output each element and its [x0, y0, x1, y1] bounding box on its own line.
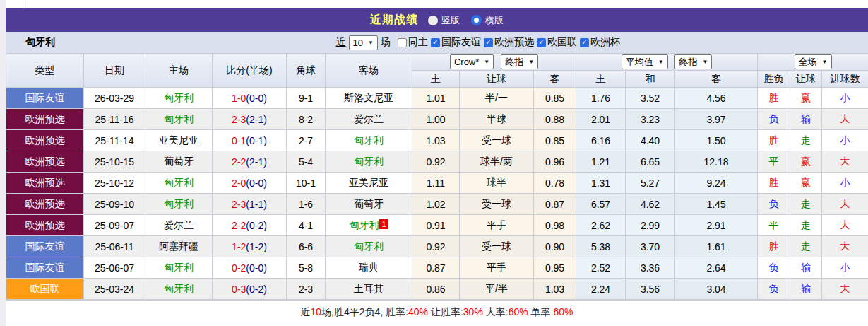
score-cell: 1-2(1-2)	[213, 236, 287, 257]
chevron-down-icon: ▼	[368, 40, 374, 46]
checkbox-unchecked-icon[interactable]	[398, 38, 407, 47]
summary-text: 场,胜4平2负4, 胜率:	[321, 306, 408, 318]
avg-source-value: 平均值	[626, 56, 653, 69]
chevron-down-icon: ▼	[702, 59, 708, 65]
fulltime-score: 1-2	[232, 241, 246, 252]
result-value: 平	[769, 219, 779, 231]
avg-draw-odds-cell: 2.99	[626, 215, 675, 236]
away-team-cell: 匈牙利	[326, 151, 412, 173]
away-team-cell: 匈牙利	[326, 236, 412, 257]
result-value: 赢	[801, 156, 811, 167]
summary-stat-value: 60%	[509, 306, 528, 318]
subheader-avg-draw: 和	[626, 71, 675, 88]
result-value: 输	[801, 283, 811, 294]
radio-selected-icon[interactable]	[471, 15, 482, 25]
avg-away-odds-cell: 1.45	[675, 194, 758, 215]
avg-away-odds-cell: 3.97	[675, 109, 758, 130]
result-value: 胜	[769, 92, 779, 103]
handicap-result-cell: 赢	[790, 88, 822, 109]
avg-index-select[interactable]: 终指 ▼	[674, 54, 712, 69]
team-name-link[interactable]: 匈牙利	[164, 113, 194, 124]
team-name-link[interactable]: 匈牙利	[354, 240, 384, 252]
header-type: 类型	[6, 54, 84, 88]
winlose-result-cell: 平	[758, 215, 790, 236]
subheader-crow-home: 主	[412, 71, 460, 88]
fulltime-score: 0-1	[232, 135, 246, 146]
fulltime-score: 1-0	[232, 93, 246, 104]
crow-handicap-cell: 受一球	[460, 194, 534, 215]
halftime-score: (2-1)	[246, 114, 267, 125]
team-name-link[interactable]: 匈牙利	[164, 283, 194, 294]
result-value: 走	[801, 219, 811, 231]
radio-vertical-option[interactable]: 竖版	[428, 14, 460, 27]
handicap-result-cell: 赢	[790, 173, 822, 194]
date-cell: 25-03-24	[84, 279, 145, 300]
winlose-result-cell: 负	[758, 257, 790, 279]
avg-draw-odds-cell: 5.27	[626, 173, 675, 194]
result-value: 胜	[769, 240, 779, 252]
crow-index-select[interactable]: 终指 ▼	[501, 54, 538, 69]
fulltime-score: 2-0	[232, 177, 246, 189]
result-group-header: 全场 ▼	[758, 54, 868, 71]
summary-line: 近10场,胜4平2负4, 胜率:40% 让胜率:30% 大率:60% 单率:60…	[301, 306, 573, 319]
avg-away-odds-cell: 2.64	[675, 257, 758, 279]
table-row: 欧洲预选25-09-07爱尔兰2-2(0-2)4-1匈牙利10.91平手0.98…	[6, 215, 868, 236]
checkbox-checked-icon[interactable]: ✓	[537, 38, 546, 47]
team-name-link[interactable]: 匈牙利	[164, 262, 194, 273]
team-name-link[interactable]: 匈牙利	[164, 177, 194, 188]
date-cell: 25-09-10	[84, 194, 145, 215]
winlose-result-cell: 负	[758, 194, 790, 215]
games-count-select[interactable]: 10 ▼	[349, 35, 378, 50]
avg-source-select[interactable]: 平均值 ▼	[622, 54, 668, 69]
games-suffix-label: 场	[381, 36, 391, 49]
league-checkbox[interactable]: 同主	[398, 36, 428, 49]
crow-source-select[interactable]: Crow* ▼	[450, 54, 494, 69]
winlose-result-cell: 胜	[758, 236, 790, 257]
league-checkbox[interactable]: ✓欧国联	[537, 36, 577, 49]
team-name-link[interactable]: 匈牙利	[349, 219, 379, 231]
away-team-cell: 瑞典	[326, 257, 412, 279]
table-row: 国际友谊26-03-29匈牙利1-0(0-0)9-1斯洛文尼亚1.01半/一0.…	[6, 88, 868, 109]
result-value: 大	[840, 240, 850, 252]
page-title: 近期战绩	[370, 13, 418, 28]
avg-index-value: 终指	[679, 56, 697, 69]
subheader-crow-away: 客	[534, 71, 576, 88]
league-checkbox[interactable]: ✓欧洲杯	[580, 36, 620, 49]
home-team-cell: 葡萄牙	[145, 151, 213, 173]
team-name-link[interactable]: 匈牙利	[164, 92, 194, 103]
page-gutter	[0, 0, 6, 326]
winlose-result-cell: 负	[758, 279, 790, 300]
home-team-cell: 匈牙利	[145, 173, 213, 194]
avg-draw-odds-cell: 3.23	[626, 109, 675, 130]
checkbox-checked-icon[interactable]: ✓	[484, 38, 493, 47]
checkbox-checked-icon[interactable]: ✓	[431, 38, 440, 47]
crow-home-odds-cell: 0.87	[412, 257, 460, 279]
radio-horizontal-option[interactable]: 横版	[471, 14, 504, 27]
team-name-link[interactable]: 匈牙利	[354, 134, 384, 146]
goals-result-cell: 小	[822, 130, 868, 151]
scope-select[interactable]: 全场 ▼	[795, 54, 832, 69]
checkbox-checked-icon[interactable]: ✓	[580, 38, 589, 47]
summary-text: 单率:	[528, 306, 554, 318]
score-cell: 0-1(0-1)	[213, 130, 287, 151]
match-type-cell: 欧洲预选	[6, 194, 84, 215]
crow-home-odds-cell: 1.01	[412, 88, 460, 109]
crow-away-odds-cell: 0.95	[534, 257, 576, 279]
avg-away-odds-cell: 3.04	[675, 279, 758, 300]
handicap-result-cell: 走	[790, 215, 822, 236]
team-name-link[interactable]: 匈牙利	[354, 156, 384, 167]
goals-result-cell: 大	[822, 109, 868, 130]
league-checkbox[interactable]: ✓国际友谊	[431, 36, 481, 49]
result-value: 小	[840, 262, 850, 273]
radio-unselected-icon[interactable]	[428, 16, 438, 25]
crow-handicap-cell: 球半/两	[460, 151, 534, 173]
team-name-link[interactable]: 匈牙利	[164, 198, 194, 209]
near-link[interactable]: 近	[336, 36, 346, 49]
table-row: 国际友谊25-06-11阿塞拜疆1-2(1-2)6-6匈牙利0.92受一球0.9…	[6, 236, 868, 257]
top-box-edge	[25, 0, 868, 8]
league-checkbox-label: 欧洲杯	[590, 36, 620, 49]
goals-result-cell: 小	[822, 88, 868, 109]
league-checkbox[interactable]: ✓欧洲预选	[484, 36, 534, 49]
corner-cell: 1-6	[287, 194, 326, 215]
team-name-link: 斯洛文尼亚	[344, 92, 393, 103]
